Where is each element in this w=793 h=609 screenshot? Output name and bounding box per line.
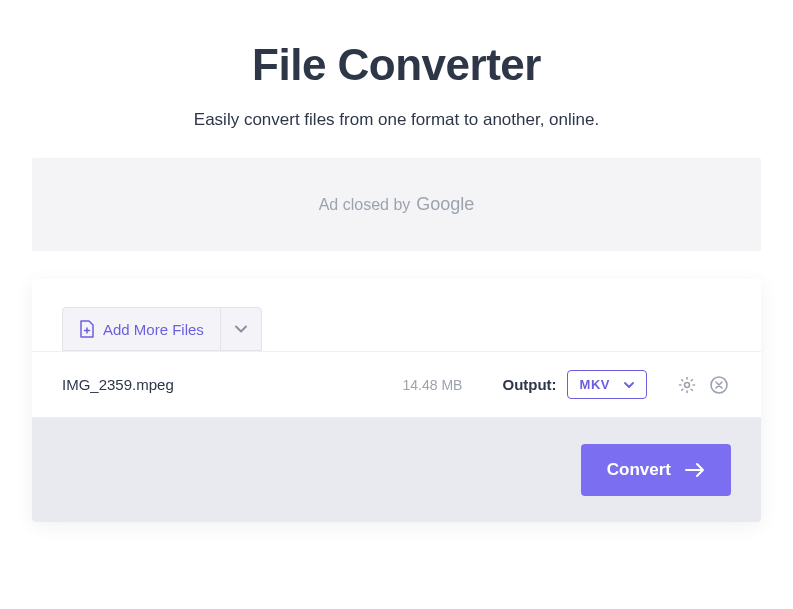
page-subtitle: Easily convert files from one format to … [32,110,761,130]
add-files-tab: Add More Files [62,307,262,351]
add-more-files-label: Add More Files [103,321,204,338]
ad-banner: Ad closed by Google [32,158,761,251]
add-files-dropdown-toggle[interactable] [220,308,261,350]
file-size: 14.48 MB [403,377,463,393]
convert-button[interactable]: Convert [581,444,731,496]
converter-panel: Add More Files IMG_2359.mpeg 14.48 MB Ou… [32,279,761,522]
remove-file-button[interactable] [707,373,731,397]
file-name: IMG_2359.mpeg [62,376,403,393]
footer-actions: Convert [32,418,761,522]
ad-brand-logo: Google [416,194,474,215]
arrow-right-icon [685,462,705,478]
convert-button-label: Convert [607,460,671,480]
close-circle-icon [709,375,729,395]
file-row: IMG_2359.mpeg 14.48 MB Output: MKV [32,351,761,418]
format-value: MKV [580,377,610,392]
file-plus-icon [79,320,95,338]
gear-icon [677,375,697,395]
output-label: Output: [502,376,556,393]
chevron-down-icon [235,325,247,333]
output-format-select[interactable]: MKV [567,370,647,399]
add-more-files-button[interactable]: Add More Files [63,308,220,350]
svg-point-0 [685,382,690,387]
page-title: File Converter [32,40,761,90]
ad-closed-text: Ad closed by [319,196,411,214]
settings-button[interactable] [675,373,699,397]
chevron-down-icon [624,382,634,388]
